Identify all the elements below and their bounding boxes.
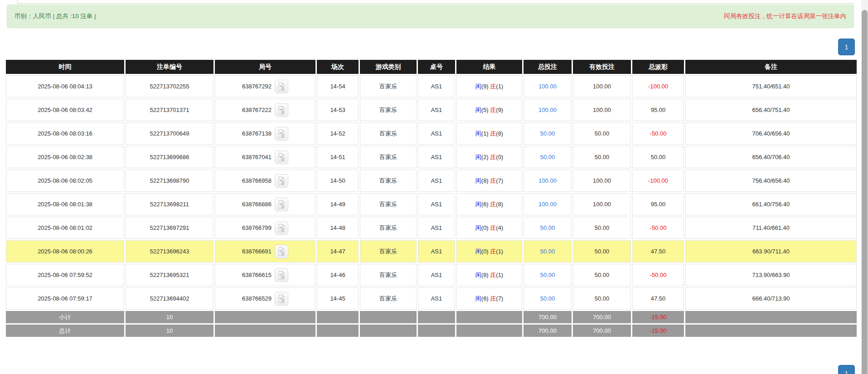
session-cell: 14-47 xyxy=(317,240,359,262)
video-replay-button[interactable] xyxy=(275,127,288,141)
player-result-label: 闲 xyxy=(475,107,481,113)
video-replay-button[interactable] xyxy=(275,221,288,235)
video-icon xyxy=(276,82,286,92)
video-icon xyxy=(276,294,286,304)
round-id-cell: 638767222 xyxy=(215,99,315,121)
round-id-text: 638766886 xyxy=(242,201,272,208)
result-cell: 闲(1) 庄(8) xyxy=(456,122,522,145)
table-row: 2025-08-06 08:02:38 522713699686 6387670… xyxy=(6,146,857,168)
session-cell: 14-50 xyxy=(317,170,359,192)
bet-records-screen: 币别：人民币 | 总共 :10 注单 | 同局有效投注，统一计算在该局第一张注单… xyxy=(0,0,868,374)
valid-bet-cell: 50.00 xyxy=(573,264,631,286)
game-type-cell: 百家乐 xyxy=(360,122,417,145)
collapsed-panel-edge xyxy=(17,0,854,4)
total-bet-link[interactable]: 100.00 xyxy=(538,107,557,113)
scrollbar-thumb[interactable] xyxy=(862,10,868,374)
player-result-label: 闲 xyxy=(475,272,481,278)
payout-cell: -50.00 xyxy=(632,217,684,239)
total-bet-link[interactable]: 100.00 xyxy=(538,201,557,208)
settlement-notice-text: 同局有效投注，统一计算在该局第一张注单内 xyxy=(724,12,846,20)
total-bet-cell: 50.00 xyxy=(524,217,572,239)
table-no-cell: AS1 xyxy=(418,75,455,97)
grand-total-row: 总计 10 700.00 700.00 -15.00 xyxy=(6,325,857,337)
total-bet-link[interactable]: 50.00 xyxy=(540,130,555,137)
player-result-score: (8) xyxy=(481,272,489,278)
total-payout: -15.00 xyxy=(632,325,684,337)
banker-result-label: 庄 xyxy=(490,107,496,113)
table-no-cell: AS1 xyxy=(418,146,455,168)
banker-result-label: 庄 xyxy=(490,295,496,302)
table-row: 2025-08-06 08:04:13 522713702255 6387672… xyxy=(6,75,857,97)
total-bet-link[interactable]: 50.00 xyxy=(540,295,555,302)
video-replay-button[interactable] xyxy=(275,268,288,282)
col-bet-id: 注单编号 xyxy=(126,60,213,74)
video-replay-button[interactable] xyxy=(275,80,288,93)
currency-summary-text: 币别：人民币 | 总共 :10 注单 | xyxy=(15,12,96,20)
payout-cell: -50.00 xyxy=(632,264,684,286)
total-bet-cell: 50.00 xyxy=(524,146,572,168)
game-type-cell: 百家乐 xyxy=(360,193,417,215)
video-replay-button[interactable] xyxy=(275,151,288,164)
col-round-id: 局号 xyxy=(215,60,315,74)
total-bet-link[interactable]: 100.00 xyxy=(538,177,557,184)
table-no-cell: AS1 xyxy=(418,170,455,192)
video-replay-button[interactable] xyxy=(275,174,288,188)
valid-bet-cell: 100.00 xyxy=(573,99,631,121)
table-row: 2025-08-06 08:02:05 522713698790 6387669… xyxy=(6,170,857,192)
remark-cell: 661.40/756.40 xyxy=(685,193,857,215)
total-bet-link[interactable]: 100.00 xyxy=(538,83,557,90)
total-bet-cell: 50.00 xyxy=(524,122,572,145)
pagination-page-1-bottom[interactable]: 1 xyxy=(838,365,855,374)
result-cell: 闲(6) 庄(7) xyxy=(456,287,522,310)
time-cell: 2025-08-06 08:01:02 xyxy=(6,217,124,239)
result-cell: 闲(0) 庄(1) xyxy=(456,240,522,262)
remark-cell: 713.90/663.90 xyxy=(685,264,857,286)
table-row: 2025-08-06 08:01:02 522713697291 6387667… xyxy=(6,217,857,239)
total-bet-cell: 50.00 xyxy=(524,287,572,310)
table-no-cell: AS1 xyxy=(418,264,455,286)
remark-cell: 656.40/706.40 xyxy=(685,146,857,168)
banker-result-label: 庄 xyxy=(490,272,496,278)
player-result-score: (5) xyxy=(481,107,489,113)
valid-bet-cell: 50.00 xyxy=(573,122,631,145)
table-no-cell: AS1 xyxy=(418,240,455,262)
total-bet-link[interactable]: 50.00 xyxy=(540,272,555,278)
video-replay-button[interactable] xyxy=(275,103,288,117)
scrollbar[interactable] xyxy=(861,0,868,374)
valid-bet-cell: 50.00 xyxy=(573,287,631,310)
video-icon xyxy=(276,152,286,162)
banker-result-score: (4) xyxy=(496,224,503,231)
session-cell: 14-52 xyxy=(317,122,359,145)
video-replay-button[interactable] xyxy=(275,198,288,211)
round-id-text: 638766958 xyxy=(242,177,272,184)
result-cell: 闲(8) 庄(7) xyxy=(456,170,522,192)
valid-bet-cell: 100.00 xyxy=(573,193,631,215)
player-result-score: (8) xyxy=(481,177,489,184)
player-result-score: (0) xyxy=(481,224,489,231)
player-result-score: (2) xyxy=(481,154,489,160)
player-result-score: (6) xyxy=(481,295,489,302)
session-cell: 14-49 xyxy=(317,193,359,215)
remark-cell: 711.40/661.40 xyxy=(685,217,857,239)
banker-result-score: (8) xyxy=(496,130,503,137)
pagination-page-1-top[interactable]: 1 xyxy=(838,39,855,55)
round-id-cell: 638767138 xyxy=(215,122,315,145)
result-cell: 闲(5) 庄(9) xyxy=(456,99,522,121)
total-bet-link[interactable]: 50.00 xyxy=(540,154,555,160)
total-bet-link[interactable]: 50.00 xyxy=(540,248,555,255)
banker-result-score: (7) xyxy=(496,177,503,184)
total-bet-link[interactable]: 50.00 xyxy=(540,224,555,231)
remark-cell: 666.40/713.90 xyxy=(685,287,857,310)
time-cell: 2025-08-06 08:02:05 xyxy=(6,170,124,192)
player-result-label: 闲 xyxy=(475,83,481,90)
video-replay-button[interactable] xyxy=(275,245,288,258)
game-type-cell: 百家乐 xyxy=(360,287,417,310)
round-id-cell: 638766958 xyxy=(215,170,315,192)
video-replay-button[interactable] xyxy=(275,292,288,306)
result-cell: 闲(9) 庄(1) xyxy=(456,75,522,97)
session-cell: 14-51 xyxy=(317,146,359,168)
summary-bar: 币别：人民币 | 总共 :10 注单 | 同局有效投注，统一计算在该局第一张注单… xyxy=(7,5,854,28)
round-id-cell: 638767292 xyxy=(215,75,315,97)
payout-cell: 47.50 xyxy=(632,240,684,262)
player-result-score: (9) xyxy=(481,83,489,90)
